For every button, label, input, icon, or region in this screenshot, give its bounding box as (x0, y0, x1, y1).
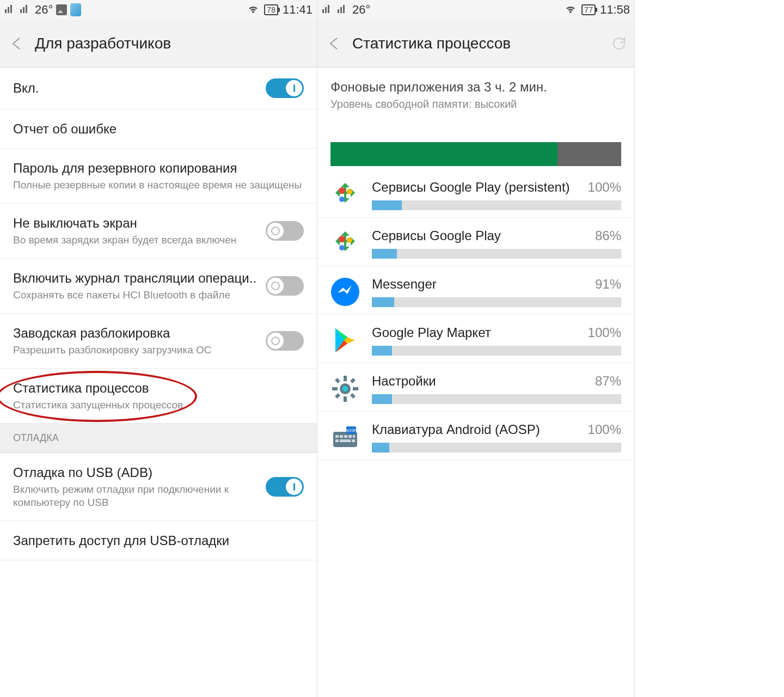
svg-rect-25 (335, 439, 339, 442)
process-row[interactable]: Сервисы Google Play (persistent)100% (317, 169, 634, 218)
process-row[interactable]: AOSPКлавиатура Android (AOSP)100% (317, 412, 634, 460)
process-row[interactable]: Сервисы Google Play86% (317, 218, 634, 266)
process-row[interactable]: Настройки87% (317, 363, 634, 412)
process-row[interactable]: Messenger91% (317, 266, 634, 315)
header: Для разработчиков (0, 20, 317, 68)
process-bar (372, 346, 621, 356)
process-percent: 100% (588, 422, 621, 437)
play-store-icon (328, 323, 362, 357)
process-name: Сервисы Google Play (persistent) (372, 180, 581, 195)
svg-rect-21 (340, 435, 343, 438)
play-services-icon (328, 227, 362, 260)
process-percent: 87% (595, 374, 621, 389)
process-name: Клавиатура Android (AOSP) (372, 422, 581, 437)
svg-rect-9 (344, 396, 347, 402)
svg-rect-20 (335, 435, 339, 438)
process-bar (372, 443, 621, 453)
svg-point-16 (342, 386, 348, 392)
row-process-stats[interactable]: Статистика процессов Статистика запущенн… (0, 369, 317, 424)
svg-rect-11 (353, 387, 358, 390)
toggle-oem-unlock[interactable] (266, 331, 304, 351)
process-row[interactable]: Google Play Маркет100% (317, 315, 634, 363)
toggle-usb-debug[interactable] (266, 477, 304, 497)
row-hci-log[interactable]: Включить журнал трансляции операци.. Сох… (0, 259, 317, 314)
row-bug-report[interactable]: Отчет об ошибке (0, 109, 317, 149)
battery-level: 78 (264, 4, 278, 15)
wifi-icon (564, 3, 577, 17)
row-label: Включить журнал трансляции операци.. (13, 270, 266, 286)
settings-icon (328, 372, 362, 406)
svg-rect-12 (335, 378, 340, 383)
picture-icon (56, 4, 67, 15)
row-label: Отчет об ошибке (13, 120, 304, 137)
phone-left: 26° 78 11:41 Для разработчиков Вкл. Отче… (0, 0, 317, 697)
process-name: Messenger (372, 277, 589, 292)
page-title: Для разработчиков (35, 35, 171, 52)
row-usb-debug[interactable]: Отладка по USB (ADB) Включить режим отла… (0, 453, 317, 522)
toggle-enable[interactable] (266, 78, 304, 98)
back-button[interactable] (324, 33, 346, 54)
svg-rect-10 (332, 387, 338, 390)
row-label: Вкл. (13, 80, 266, 96)
row-sublabel: Во время зарядки экран будет всегда вклю… (13, 234, 266, 247)
status-clock: 11:41 (283, 3, 313, 17)
header: Статистика процессов (317, 20, 634, 68)
status-bar: 26° 77 11:58 (317, 0, 634, 20)
process-percent: 100% (588, 180, 621, 195)
row-sublabel: Включить режим отладки при подключении к… (13, 483, 266, 510)
svg-rect-14 (350, 378, 356, 383)
svg-rect-13 (350, 393, 356, 399)
process-percent: 86% (595, 228, 621, 243)
row-sublabel: Полные резервные копии в настоящее время… (13, 179, 304, 192)
svg-rect-15 (335, 393, 340, 399)
signal-icon (20, 4, 32, 16)
svg-rect-23 (348, 435, 352, 438)
process-bar (372, 200, 621, 210)
summary-subtitle: Уровень свободной памяти: высокий (330, 98, 621, 111)
svg-point-3 (339, 236, 345, 242)
summary-title: Фоновые приложения за 3 ч. 2 мин. (330, 80, 621, 95)
row-sublabel: Сохранять все пакеты HCI Bluetooth в фай… (13, 289, 266, 302)
row-label: Отладка по USB (ADB) (13, 464, 266, 481)
row-sublabel: Статистика запущенных процессов (13, 399, 304, 412)
memory-bar (330, 142, 621, 166)
signal-icon (4, 4, 16, 16)
svg-point-2 (339, 197, 345, 202)
status-temperature: 26° (35, 3, 53, 17)
refresh-icon[interactable] (610, 35, 628, 52)
status-clock: 11:58 (600, 3, 630, 17)
svg-rect-26 (340, 439, 351, 442)
toggle-stay-awake[interactable] (266, 221, 304, 241)
row-enable[interactable]: Вкл. (0, 68, 317, 109)
status-temperature: 26° (352, 3, 370, 17)
svg-rect-8 (344, 376, 347, 381)
row-backup-password[interactable]: Пароль для резервного копирования Полные… (0, 149, 317, 204)
row-sublabel: Разрешить разблокировку загрузчика ОС (13, 344, 266, 357)
signal-icon (337, 4, 349, 16)
battery-level: 77 (581, 4, 596, 15)
wifi-icon (247, 3, 260, 17)
signal-icon (322, 4, 334, 16)
row-oem-unlock[interactable]: Заводская разблокировка Разрешить разбло… (0, 314, 317, 369)
toggle-hci-log[interactable] (266, 276, 304, 296)
svg-point-5 (339, 245, 345, 250)
page-title: Статистика процессов (352, 35, 511, 52)
row-stay-awake[interactable]: Не выключать экран Во время зарядки экра… (0, 204, 317, 259)
row-label: Пароль для резервного копирования (13, 160, 304, 176)
svg-text:AOSP: AOSP (345, 428, 357, 433)
svg-rect-27 (352, 439, 355, 442)
svg-rect-22 (344, 435, 347, 438)
row-revoke-usb[interactable]: Запретить доступ для USB-отладки (0, 521, 317, 560)
phone-notification-icon (70, 3, 81, 16)
svg-rect-24 (353, 435, 355, 438)
svg-point-4 (347, 237, 352, 243)
process-percent: 91% (595, 277, 621, 292)
svg-point-0 (339, 187, 345, 194)
settings-list: Вкл. Отчет об ошибке Пароль для резервно… (0, 68, 317, 560)
row-label: Запретить доступ для USB-отладки (13, 532, 304, 549)
memory-bar-fill (330, 142, 558, 166)
back-button[interactable] (7, 33, 28, 54)
messenger-icon (328, 275, 362, 309)
process-name: Сервисы Google Play (372, 228, 589, 243)
process-name: Google Play Маркет (372, 325, 581, 340)
